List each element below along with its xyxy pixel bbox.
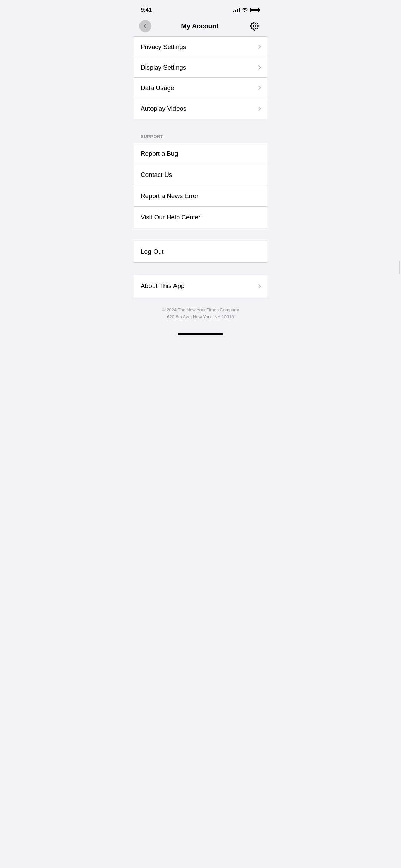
about-label: About This App (141, 282, 185, 290)
section-gap-3 (134, 263, 267, 275)
privacy-settings-label: Privacy Settings (141, 43, 186, 51)
about-this-app-item[interactable]: About This App (134, 275, 267, 297)
data-usage-item[interactable]: Data Usage (134, 78, 267, 98)
battery-icon (250, 8, 260, 12)
report-news-error-label: Report a News Error (141, 192, 198, 200)
status-icons (233, 7, 260, 13)
chevron-right-icon (257, 45, 261, 49)
report-bug-label: Report a Bug (141, 150, 178, 157)
back-chevron-icon (143, 24, 148, 28)
home-indicator (134, 328, 267, 338)
footer: © 2024 The New York Times Company 620 8t… (134, 297, 267, 328)
home-bar (178, 333, 223, 335)
display-settings-label: Display Settings (141, 64, 186, 71)
support-section-header: SUPPORT (134, 131, 267, 143)
logout-label: Log Out (141, 248, 164, 255)
support-section: SUPPORT Report a Bug Contact Us Report a… (134, 131, 267, 228)
autoplay-videos-label: Autoplay Videos (141, 105, 186, 112)
signal-icon (233, 8, 240, 12)
nav-bar: My Account (134, 17, 267, 36)
display-settings-item[interactable]: Display Settings (134, 57, 267, 78)
svg-point-0 (253, 25, 256, 27)
status-bar: 9:41 (134, 0, 267, 17)
footer-text: © 2024 The New York Times Company 620 8t… (141, 306, 260, 321)
gear-icon (250, 22, 259, 31)
settings-section: Privacy Settings Display Settings Data U… (134, 37, 267, 119)
chevron-right-icon (257, 86, 261, 90)
footer-line2: 620 8th Ave, New York, NY 10018 (167, 314, 234, 320)
footer-line1: © 2024 The New York Times Company (162, 307, 239, 312)
about-section: About This App (134, 275, 267, 297)
section-gap-2 (134, 228, 267, 241)
logout-item[interactable]: Log Out (134, 241, 267, 262)
logout-section: Log Out (134, 241, 267, 262)
autoplay-videos-item[interactable]: Autoplay Videos (134, 98, 267, 119)
back-button[interactable] (139, 20, 151, 32)
contact-us-item[interactable]: Contact Us (134, 164, 267, 185)
status-time: 9:41 (141, 7, 152, 13)
about-chevron-right-icon (257, 284, 261, 288)
data-usage-label: Data Usage (141, 84, 174, 92)
chevron-right-icon (257, 107, 261, 111)
visit-help-center-item[interactable]: Visit Our Help Center (134, 207, 267, 228)
report-news-error-item[interactable]: Report a News Error (134, 185, 267, 207)
wifi-icon (242, 7, 248, 13)
chevron-right-icon (257, 65, 261, 70)
contact-us-label: Contact Us (141, 171, 172, 179)
settings-button[interactable] (248, 20, 260, 32)
page-title: My Account (181, 22, 219, 30)
support-items-list: Report a Bug Contact Us Report a News Er… (134, 143, 267, 228)
privacy-settings-item[interactable]: Privacy Settings (134, 37, 267, 57)
report-bug-item[interactable]: Report a Bug (134, 143, 267, 164)
section-gap-1 (134, 119, 267, 131)
visit-help-center-label: Visit Our Help Center (141, 214, 200, 221)
